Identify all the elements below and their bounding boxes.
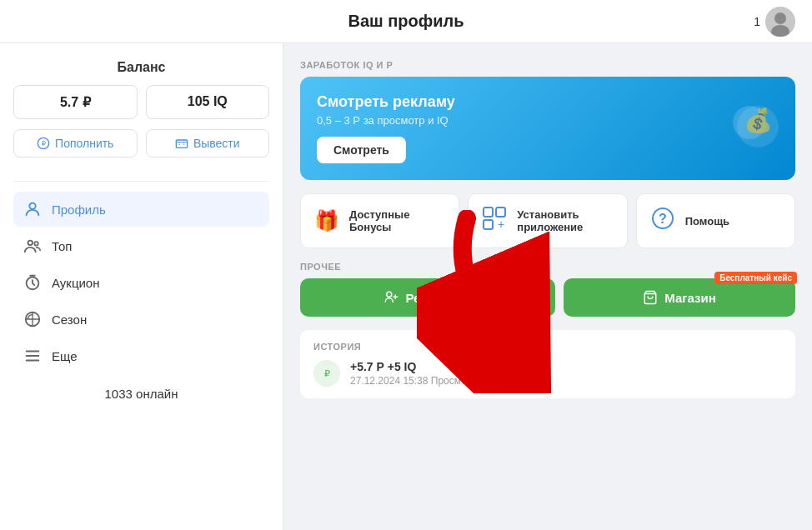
- history-item-text: +5.7 Р +5 IQ 27.12.2024 15:38 Просмотр р…: [350, 360, 520, 387]
- balance-cards: 5.7 ₽ 105 IQ: [13, 85, 269, 119]
- bonuses-card[interactable]: 🎁 ДоступныеБонусы: [300, 193, 459, 248]
- header-right: 1: [754, 7, 795, 37]
- watch-ad-button[interactable]: Смотреть: [317, 137, 406, 163]
- help-card[interactable]: ? Помощь: [636, 193, 795, 248]
- svg-text:💰: 💰: [744, 107, 773, 134]
- install-app-label: Установитьприложение: [517, 208, 583, 233]
- referral-icon: [383, 290, 398, 305]
- earn-section-label: ЗАРАБОТОК IQ И Р: [300, 60, 795, 70]
- group-icon: [23, 237, 42, 255]
- topup-icon: ₽: [37, 137, 50, 150]
- person-icon: [23, 200, 42, 218]
- sidebar-item-more[interactable]: Еще: [13, 338, 269, 373]
- main-content: Баланс 5.7 ₽ 105 IQ ₽ Пополнить: [0, 43, 812, 530]
- quick-actions: 🎁 ДоступныеБонусы + Установитьприложение: [300, 193, 795, 248]
- sidebar-item-more-label: Еще: [52, 349, 78, 363]
- svg-point-20: [387, 292, 392, 297]
- withdraw-button[interactable]: Вывести: [146, 129, 270, 158]
- help-icon: ?: [650, 206, 675, 236]
- ad-banner-subtitle: 0,5 – 3 Р за просмотр и IQ: [317, 114, 455, 127]
- history-amount: +5.7 Р +5 IQ: [350, 360, 520, 373]
- sidebar: Баланс 5.7 ₽ 105 IQ ₽ Пополнить: [0, 43, 283, 530]
- sidebar-item-profile-label: Профиль: [52, 202, 106, 217]
- withdraw-icon: [175, 137, 188, 150]
- balance-iq: 105 IQ: [146, 85, 270, 119]
- app-icon: +: [482, 206, 507, 236]
- notification-count: 1: [754, 15, 760, 28]
- balance-rub: 5.7 ₽: [13, 85, 138, 119]
- history-rub-icon: ₽: [313, 360, 340, 387]
- sidebar-item-season-label: Сезон: [52, 312, 87, 327]
- page-title: Ваш профиль: [348, 12, 464, 31]
- topup-button[interactable]: ₽ Пополнить: [13, 129, 138, 158]
- sidebar-item-season[interactable]: Сезон: [13, 302, 269, 337]
- topup-label: Пополнить: [55, 137, 113, 150]
- svg-rect-5: [176, 140, 187, 148]
- ad-banner-text: Смотреть рекламу 0,5 – 3 Р за просмотр и…: [317, 93, 455, 163]
- svg-text:₽: ₽: [42, 140, 46, 148]
- menu-icon: [23, 347, 42, 365]
- sidebar-item-top-label: Топ: [52, 239, 72, 253]
- money-icon: 💰: [712, 93, 779, 163]
- page-header: Ваш профиль 1: [0, 0, 812, 43]
- sidebar-item-top[interactable]: Топ: [13, 228, 269, 263]
- history-section-label: ИСТОРИЯ: [313, 342, 782, 352]
- svg-text:?: ?: [659, 212, 667, 226]
- install-app-card[interactable]: + Установитьприложение: [468, 193, 627, 248]
- other-section: ПРОЧЕЕ Рефералы Бесплатный кейс Магазин: [300, 262, 795, 317]
- svg-point-1: [774, 12, 786, 24]
- right-panel: ЗАРАБОТОК IQ И Р Смотреть рекламу 0,5 – …: [283, 43, 812, 530]
- bonuses-label: ДоступныеБонусы: [349, 208, 409, 233]
- earn-section: ЗАРАБОТОК IQ И Р Смотреть рекламу 0,5 – …: [300, 60, 795, 180]
- balance-section: Баланс 5.7 ₽ 105 IQ ₽ Пополнить: [13, 60, 269, 158]
- sidebar-item-auction[interactable]: Аукцион: [13, 265, 269, 300]
- svg-rect-15: [496, 208, 505, 217]
- help-label: Помощь: [685, 215, 729, 228]
- balance-title: Баланс: [13, 60, 269, 75]
- svg-point-7: [28, 241, 33, 246]
- online-count: 1033 онлайн: [13, 387, 269, 401]
- shop-icon: [643, 290, 658, 305]
- action-buttons: Рефералы Бесплатный кейс Магазин: [300, 278, 795, 317]
- svg-rect-16: [484, 220, 493, 229]
- free-case-badge: Бесплатный кейс: [714, 272, 797, 284]
- ad-banner: Смотреть рекламу 0,5 – 3 Р за просмотр и…: [300, 77, 795, 180]
- sidebar-divider: [13, 181, 269, 182]
- sidebar-item-profile[interactable]: Профиль: [13, 192, 269, 227]
- clock-icon: [23, 273, 42, 292]
- sidebar-nav: Профиль Топ Аукцион Сезон: [13, 192, 269, 373]
- avatar[interactable]: [765, 7, 795, 37]
- shop-button-wrapper: Бесплатный кейс Магазин: [564, 278, 795, 317]
- referral-button[interactable]: Рефералы: [300, 278, 555, 317]
- other-section-label: ПРОЧЕЕ: [300, 262, 795, 272]
- withdraw-label: Вывести: [193, 137, 240, 150]
- season-icon: [23, 310, 42, 328]
- sidebar-item-auction-label: Аукцион: [52, 276, 100, 290]
- svg-text:+: +: [498, 218, 504, 231]
- svg-point-8: [34, 242, 38, 246]
- history-section: ИСТОРИЯ ₽ +5.7 Р +5 IQ 27.12.2024 15:38 …: [300, 330, 795, 398]
- svg-point-6: [29, 203, 35, 209]
- svg-rect-14: [484, 208, 493, 217]
- referral-label: Рефералы: [405, 291, 471, 305]
- shop-label: Магазин: [664, 291, 716, 305]
- history-item: ₽ +5.7 Р +5 IQ 27.12.2024 15:38 Просмотр…: [313, 360, 782, 387]
- svg-text:₽: ₽: [324, 368, 330, 378]
- balance-actions: ₽ Пополнить Вывести: [13, 129, 269, 158]
- history-date: 27.12.2024 15:38 Просмотр рекламы: [350, 375, 520, 387]
- gift-icon: 🎁: [314, 209, 339, 232]
- ad-banner-title: Смотреть рекламу: [317, 93, 455, 111]
